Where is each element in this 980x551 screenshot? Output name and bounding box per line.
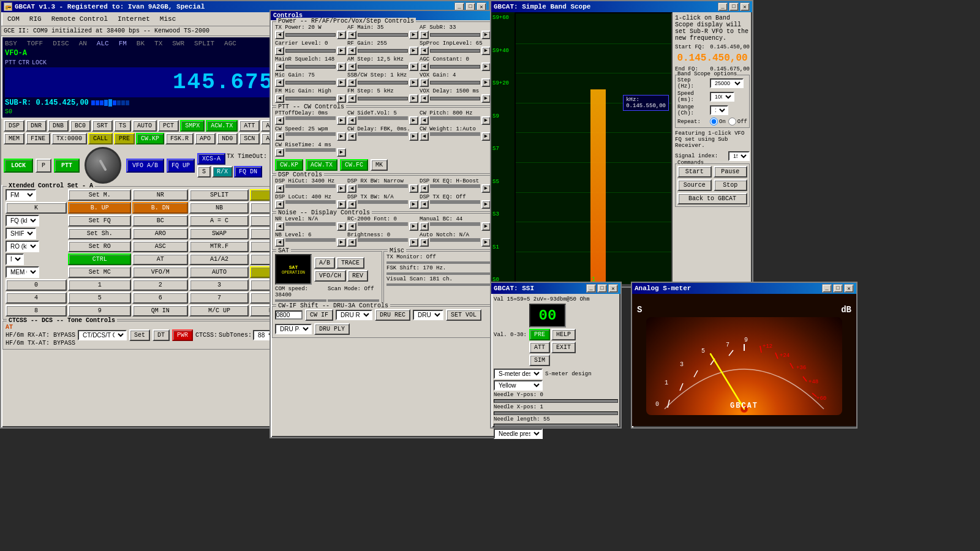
menu-remote[interactable]: Remote Control (48, 14, 111, 24)
cwspeed-right[interactable]: ► (337, 132, 346, 141)
cw-if-btn[interactable]: CW IF (305, 309, 333, 321)
txeq-right[interactable]: ► (481, 200, 491, 209)
signal-index-select[interactable]: 15 (728, 151, 750, 161)
shift-select[interactable]: SHIFT (6, 228, 36, 239)
acw-tx-btn[interactable]: ACW.TX (306, 159, 337, 171)
num2-btn[interactable]: 2 (132, 279, 188, 291)
ssb-step-left[interactable]: ◄ (347, 78, 356, 87)
needle-len-slider[interactable] (494, 424, 618, 427)
dru-rec-btn[interactable]: DRU REC (375, 309, 410, 321)
pre-btn[interactable]: PRE (114, 133, 135, 144)
a1a2-btn[interactable]: A1/A2 (189, 253, 249, 265)
sproc-left[interactable]: ◄ (420, 47, 429, 55)
cwkp-btn[interactable]: CW.KP (136, 133, 164, 144)
fm-mic-left[interactable]: ◄ (275, 94, 284, 103)
mem-btn[interactable]: MEM (4, 133, 24, 144)
ssb-step-right[interactable]: ► (409, 78, 418, 87)
step-select[interactable]: 25000 (710, 78, 744, 88)
set-ctcss-btn[interactable]: Set (129, 329, 150, 341)
speed-select[interactable]: 100 (710, 92, 734, 102)
smpx-btn[interactable]: SMPX (180, 120, 205, 132)
bc-btn[interactable]: BC (132, 215, 188, 227)
vfoch-btn[interactable]: VFO/CH (314, 270, 346, 282)
bright-left[interactable]: ◄ (347, 238, 356, 247)
stop-btn[interactable]: Stop (714, 179, 748, 191)
pre-ssi-btn[interactable]: PRE (529, 329, 550, 340)
m-select[interactable]: M (6, 253, 24, 265)
am-step-right[interactable]: ► (409, 62, 418, 71)
s-btn[interactable]: S (197, 166, 211, 178)
bs-maximize[interactable]: □ (729, 2, 739, 11)
af-subr-right[interactable]: ► (481, 31, 491, 39)
nb-btn[interactable]: NB (189, 202, 249, 214)
vfo-ab-btn[interactable]: VFO A/B (126, 159, 164, 173)
af-main-left[interactable]: ◄ (347, 31, 356, 39)
ctrl-btn[interactable]: CTRL (68, 253, 131, 265)
ssi-max[interactable]: □ (597, 284, 607, 293)
mcup-btn[interactable]: M/C UP (189, 305, 249, 317)
am-step-left[interactable]: ◄ (347, 62, 356, 71)
fq-khz-select[interactable]: FQ (kHz) (6, 215, 39, 227)
auto-xcs-btn[interactable]: AUTO (189, 266, 249, 278)
scope-display[interactable]: kHz: 0.145.550,00 1 (514, 12, 673, 285)
lock-main-btn[interactable]: LOCK (4, 159, 33, 173)
num7-btn[interactable]: 7 (189, 292, 249, 304)
locut-left[interactable]: ◄ (275, 200, 284, 209)
ptt-right[interactable]: ► (337, 116, 346, 125)
mk-btn[interactable]: MK (371, 159, 388, 171)
sm-close[interactable]: ✕ (844, 284, 854, 293)
notch-left[interactable]: ◄ (420, 238, 429, 247)
asc-xcs-btn[interactable]: ASC (132, 241, 188, 252)
set-vol-btn[interactable]: SET VOL (446, 309, 481, 321)
mtrf-btn[interactable]: MTR.F (189, 241, 249, 252)
dru-ply-btn[interactable]: DRU PLY (314, 323, 350, 335)
tx-power-left[interactable]: ◄ (275, 31, 284, 39)
repeat-on-radio[interactable] (710, 118, 718, 126)
mem-ch-select[interactable]: MEM CH (6, 266, 39, 278)
p-main-btn[interactable]: P (36, 159, 51, 173)
ts-btn[interactable]: TS (114, 120, 131, 132)
sproc-right[interactable]: ► (481, 47, 491, 55)
fq-dn-btn[interactable]: FQ DN (234, 166, 262, 178)
fm-mic-right[interactable]: ► (337, 94, 346, 103)
set-sh-btn[interactable]: Set Sh. (68, 228, 131, 239)
rev-btn[interactable]: REV (347, 270, 368, 282)
vfom-btn[interactable]: VFO/M (132, 266, 188, 278)
trace-btn[interactable]: TRACE (336, 257, 364, 269)
dru-vol-select[interactable]: DRU Vol. 4 (413, 310, 443, 320)
rx-btn[interactable]: R/X (212, 166, 233, 178)
fq-up-btn[interactable]: FQ UP (167, 159, 195, 173)
ssi-min[interactable]: _ (586, 284, 596, 293)
dsp-btn[interactable]: DSP (4, 120, 24, 132)
cwrise-right[interactable]: ► (337, 148, 346, 157)
cwrise-left[interactable]: ◄ (275, 148, 284, 157)
apo-btn[interactable]: APO (195, 133, 216, 144)
rxeq-right[interactable]: ► (481, 184, 491, 193)
menu-misc[interactable]: Misc (156, 14, 179, 24)
cwweight-right[interactable]: ► (481, 132, 491, 141)
ct-dcs-select[interactable]: CT/DCS/T Off (78, 330, 127, 340)
notch-right[interactable]: ► (481, 238, 491, 247)
agc-right[interactable]: ► (481, 62, 491, 71)
rc2000-left[interactable]: ◄ (347, 222, 356, 231)
tx0-btn[interactable]: TX:0000 (51, 133, 87, 144)
ro-khz-select[interactable]: RO (kHz) (6, 241, 39, 252)
bright-right[interactable]: ► (409, 238, 418, 247)
cw-fc-btn[interactable]: CW.FC (340, 159, 368, 171)
smeter-design-select[interactable]: S-meter design (494, 369, 543, 379)
cwspeed-left[interactable]: ◄ (275, 132, 284, 141)
cwdelay-left[interactable]: ◄ (347, 132, 356, 141)
scn-btn[interactable]: SCN (239, 133, 260, 144)
k-btn[interactable]: K (6, 202, 67, 214)
dt-btn[interactable]: DT (153, 329, 170, 341)
srt-btn[interactable]: SRT (92, 120, 113, 132)
vox-delay-right[interactable]: ► (481, 94, 491, 103)
num4-btn[interactable]: 4 (6, 292, 67, 304)
repeat-off-radio[interactable] (728, 118, 736, 126)
ptt-left[interactable]: ◄ (275, 116, 284, 125)
locut-right[interactable]: ► (337, 200, 346, 209)
back-btn[interactable]: Back to GBCAT (677, 193, 747, 204)
tuning-knob[interactable] (85, 147, 121, 184)
hicut-left[interactable]: ◄ (275, 184, 284, 193)
acwtx-btn[interactable]: ACW.TX (206, 120, 238, 132)
